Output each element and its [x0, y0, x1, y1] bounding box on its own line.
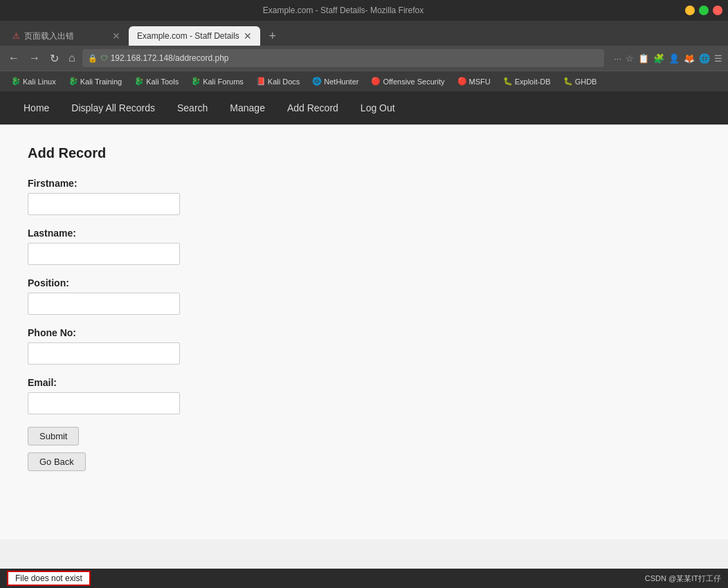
bookmarks-bar: 🐉 Kali Linux 🐉 Kali Training 🐉 Kali Tool… [0, 71, 728, 91]
tab-error[interactable]: ⚠ 页面载入出错 ✕ [4, 26, 129, 46]
offensive-security-icon: 🔴 [371, 77, 381, 86]
kali-training-icon: 🐉 [69, 77, 78, 86]
bookmark-msfu[interactable]: 🔴 MSFU [452, 75, 496, 87]
status-right: CSDN @某某IT打工仔 [645, 573, 721, 584]
toolbar-icons: ··· ☆ 📋 🧩 👤 🦊 🌐 ☰ [614, 53, 722, 64]
bookmark-kali-training[interactable]: 🐉 Kali Training [63, 75, 128, 87]
title-bar: Example.com - Staff Details - Mozilla Fi… [0, 0, 728, 21]
bookmark-kali-docs[interactable]: 📕 Kali Docs [251, 75, 305, 87]
nav-log-out[interactable]: Log Out [351, 97, 405, 119]
phone-group: Phone No: [28, 327, 700, 365]
bookmark-kali-forums[interactable]: 🐉 Kali Forums [185, 75, 249, 87]
profile-icon[interactable]: 👤 [668, 53, 680, 64]
hamburger-icon[interactable]: ☰ [714, 53, 722, 64]
kali-forums-icon: 🐉 [191, 77, 201, 86]
address-text: 192.168.172.148/addrecord.php [111, 53, 229, 63]
site-nav: Home Display All Records Search Manage A… [0, 91, 728, 125]
nav-manage[interactable]: Manage [220, 97, 275, 119]
window-title: Example.com - Staff Details - Mozilla Fi… [6, 6, 681, 15]
email-label: Email: [28, 377, 700, 388]
bookmark-kali-tools[interactable]: 🐉 Kali Tools [129, 75, 184, 87]
bookmark-ghdb[interactable]: 🐛 GHDB [558, 75, 603, 87]
msfu-icon: 🔴 [457, 77, 467, 86]
minimize-button[interactable] [685, 6, 695, 15]
nav-display-all-records[interactable]: Display All Records [62, 97, 165, 119]
kali-linux-icon: 🐉 [11, 77, 21, 86]
position-label: Position: [28, 277, 700, 288]
lastname-input[interactable] [28, 243, 180, 265]
back-button[interactable]: ← [6, 50, 22, 66]
reload-button[interactable]: ↻ [47, 50, 62, 66]
address-bar: ← → ↻ ⌂ 🔒 🛡 192.168.172.148/addrecord.ph… [0, 46, 728, 71]
tab-close-2[interactable]: ✕ [244, 30, 252, 42]
email-input[interactable] [28, 392, 180, 414]
firstname-group: Firstname: [28, 178, 700, 215]
nav-add-record[interactable]: Add Record [277, 97, 348, 119]
bookmark-kali-linux[interactable]: 🐉 Kali Linux [6, 75, 62, 87]
firefox-icon[interactable]: 🦊 [684, 53, 695, 64]
tab-bar: ⚠ 页面载入出错 ✕ Example.com - Staff Details ✕… [0, 21, 728, 46]
lastname-group: Lastname: [28, 228, 700, 265]
browser-chrome: Example.com - Staff Details - Mozilla Fi… [0, 0, 728, 91]
address-input[interactable]: 🔒 🛡 192.168.172.148/addrecord.php [82, 49, 604, 67]
submit-button[interactable]: Submit [28, 427, 79, 445]
go-back-button[interactable]: Go Back [28, 452, 86, 471]
firstname-input[interactable] [28, 193, 180, 215]
tab-active[interactable]: Example.com - Staff Details ✕ [129, 26, 260, 46]
bookmark-offensive-security[interactable]: 🔴 Offensive Security [365, 75, 450, 87]
phone-input[interactable] [28, 342, 180, 365]
shield-icon: 🛡 [100, 54, 108, 62]
form-buttons: Submit Go Back [28, 427, 700, 471]
tab-active-title: Example.com - Staff Details [137, 31, 239, 41]
home-button[interactable]: ⌂ [66, 50, 78, 66]
add-record-form: Firstname: Lastname: Position: Phone No:… [28, 178, 700, 471]
tab-error-icon: ⚠ [12, 31, 20, 41]
forward-button[interactable]: → [26, 50, 43, 66]
page-title: Add Record [28, 145, 700, 161]
menu-icon[interactable]: ··· [614, 53, 621, 64]
kali-docs-icon: 📕 [256, 77, 266, 86]
bookmark-nethunter[interactable]: 🌐 NetHunter [307, 75, 364, 87]
page-content: Add Record Firstname: Lastname: Position… [0, 125, 728, 540]
nethunter-icon: 🌐 [312, 77, 322, 86]
exploit-db-icon: 🐛 [503, 77, 513, 86]
bookmark-exploit-db[interactable]: 🐛 Exploit-DB [498, 75, 556, 87]
lastname-label: Lastname: [28, 228, 700, 239]
close-button[interactable] [713, 6, 722, 15]
status-bar: File does not exist CSDN @某某IT打工仔 [0, 569, 728, 588]
status-message: File does not exist [7, 571, 91, 586]
bookmark-star-icon[interactable]: ☆ [626, 53, 634, 64]
kali-tools-icon: 🐉 [134, 77, 144, 86]
position-input[interactable] [28, 293, 180, 315]
nav-home[interactable]: Home [14, 97, 59, 119]
firstname-label: Firstname: [28, 178, 700, 189]
tab-error-title: 页面载入出错 [24, 30, 108, 42]
phone-label: Phone No: [28, 327, 700, 338]
position-group: Position: [28, 277, 700, 315]
email-group: Email: [28, 377, 700, 414]
tab-close-1[interactable]: ✕ [112, 30, 120, 42]
nav-search[interactable]: Search [167, 97, 217, 119]
ghdb-icon: 🐛 [563, 77, 573, 86]
new-tab-button[interactable]: + [263, 26, 282, 46]
maximize-button[interactable] [699, 6, 709, 15]
extensions-icon[interactable]: 🧩 [653, 53, 664, 64]
security-icon: 🔒 [88, 54, 98, 63]
sync-icon[interactable]: 🌐 [699, 53, 710, 64]
reader-icon[interactable]: 📋 [638, 53, 649, 64]
